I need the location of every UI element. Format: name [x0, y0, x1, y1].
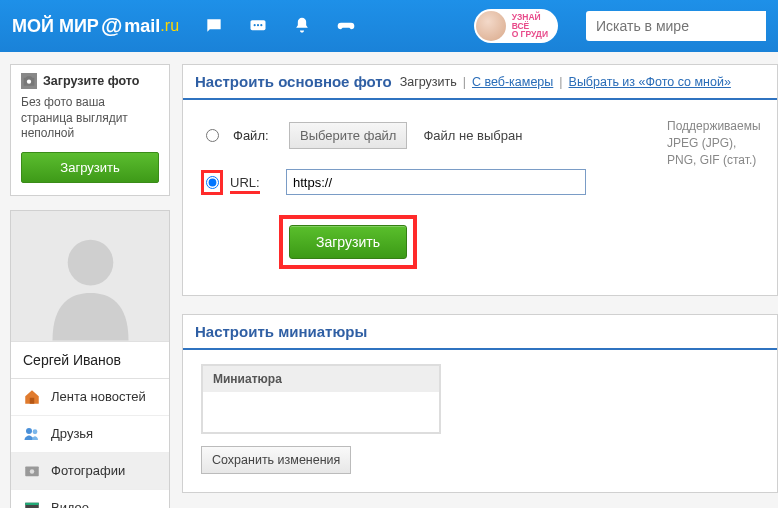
file-status-text: Файл не выбран: [423, 128, 522, 143]
panel-header: Настроить основное фото Загрузить | С ве…: [183, 65, 777, 100]
logo-text-pre: МОЙ МИР: [12, 16, 99, 37]
header-ad-badge[interactable]: УЗНАЙ ВСЁ О ГРУДИ: [474, 9, 558, 43]
logo-text-ru: .ru: [160, 17, 179, 35]
ad-text: УЗНАЙ ВСЁ О ГРУДИ: [512, 13, 548, 39]
panel-title: Настроить миниатюры: [195, 323, 367, 340]
at-icon: @: [101, 13, 122, 39]
sidebar-item-label: Лента новостей: [51, 389, 146, 404]
sidebar-item-label: Видео: [51, 500, 89, 508]
main-content: Настроить основное фото Загрузить | С ве…: [182, 64, 778, 508]
url-row: URL:: [201, 169, 759, 195]
games-icon[interactable]: [335, 15, 357, 37]
svg-point-8: [33, 429, 38, 434]
camera-icon: [21, 73, 37, 89]
svg-point-7: [26, 428, 32, 434]
profile-block: Сергей Иванов Лента новостей Друзья Фото…: [10, 210, 170, 508]
photos-icon: [23, 462, 41, 480]
video-icon: [23, 499, 41, 508]
svg-point-5: [67, 240, 113, 286]
panel-title: Настроить основное фото: [195, 73, 392, 90]
ad-image-icon: [476, 11, 506, 41]
save-changes-button[interactable]: Сохранить изменения: [201, 446, 351, 474]
site-logo[interactable]: МОЙ МИР @ mail .ru: [12, 13, 179, 39]
submit-highlight-box: Загрузить: [279, 215, 417, 269]
messages-icon[interactable]: [203, 15, 225, 37]
thumbnail-preview: [203, 392, 439, 432]
upload-card-button[interactable]: Загрузить: [21, 152, 159, 183]
svg-point-1: [254, 24, 256, 26]
thumbnails-panel: Настроить миниатюры Миниатюра Сохранить …: [182, 314, 778, 493]
svg-point-4: [27, 80, 31, 84]
sidebar-item-label: Друзья: [51, 426, 93, 441]
profile-name: Сергей Иванов: [11, 341, 169, 378]
thumbnail-box: Миниатюра: [201, 364, 441, 434]
upload-submit-button[interactable]: Загрузить: [289, 225, 407, 259]
svg-rect-6: [30, 398, 35, 404]
friends-icon: [23, 425, 41, 443]
supported-formats-note: Поддерживаемы JPEG (JPG), PNG, GIF (стат…: [667, 118, 765, 168]
search-input[interactable]: [586, 11, 766, 41]
top-header: МОЙ МИР @ mail .ru УЗНАЙ ВСЁ О ГРУДИ: [0, 0, 778, 52]
sidebar: Загрузите фото Без фото ваша страница вы…: [10, 64, 170, 508]
tab-upload[interactable]: Загрузить: [400, 75, 457, 89]
bell-icon[interactable]: [291, 15, 313, 37]
avatar-placeholder: [11, 211, 169, 341]
upload-photo-card: Загрузите фото Без фото ваша страница вы…: [10, 64, 170, 196]
chat-icon[interactable]: [247, 15, 269, 37]
home-icon: [23, 388, 41, 406]
svg-point-3: [260, 24, 262, 26]
sidebar-item-feed[interactable]: Лента новостей: [11, 379, 169, 416]
tab-select-existing[interactable]: Выбрать из «Фото со мной»: [569, 75, 731, 89]
sidebar-item-friends[interactable]: Друзья: [11, 416, 169, 453]
sidebar-item-photos[interactable]: Фотографии: [11, 453, 169, 490]
sidebar-nav: Лента новостей Друзья Фотографии Видео: [11, 378, 169, 508]
sidebar-item-label: Фотографии: [51, 463, 125, 478]
search-box: [586, 11, 766, 41]
file-radio[interactable]: [206, 129, 219, 142]
person-icon: [43, 226, 138, 341]
panel-tabs: Загрузить | С веб-камеры | Выбрать из «Ф…: [400, 75, 731, 89]
file-label: Файл:: [233, 128, 279, 143]
svg-point-10: [30, 469, 35, 474]
thumbnail-box-title: Миниатюра: [203, 366, 439, 392]
url-input[interactable]: [286, 169, 586, 195]
upload-card-note: Без фото ваша страница выглядит неполной: [21, 95, 159, 142]
url-label: URL:: [230, 175, 276, 190]
logo-text-mail: mail: [124, 16, 160, 37]
choose-file-button[interactable]: Выберите файл: [289, 122, 407, 149]
svg-point-2: [257, 24, 259, 26]
upload-card-title: Загрузите фото: [43, 74, 139, 88]
svg-rect-12: [25, 503, 39, 505]
tab-webcam[interactable]: С веб-камеры: [472, 75, 553, 89]
url-radio[interactable]: [206, 176, 219, 189]
main-photo-panel: Настроить основное фото Загрузить | С ве…: [182, 64, 778, 296]
header-nav: [203, 15, 357, 37]
sidebar-item-video[interactable]: Видео: [11, 490, 169, 508]
